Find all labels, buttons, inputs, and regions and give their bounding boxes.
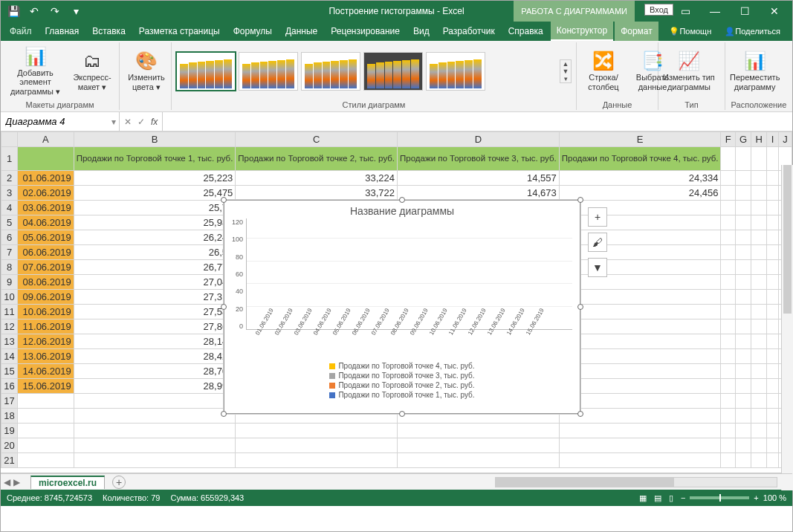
cell[interactable] <box>767 364 779 379</box>
cell[interactable] <box>767 438 779 453</box>
cell[interactable] <box>767 349 779 364</box>
cell[interactable] <box>767 260 779 275</box>
add-chart-element-button[interactable]: 📊Добавить элемент диаграммы ▾ <box>5 46 65 95</box>
cell[interactable] <box>751 186 767 201</box>
cell[interactable] <box>721 349 735 364</box>
cell[interactable] <box>721 424 735 438</box>
close-icon[interactable]: ✕ <box>760 3 789 19</box>
cell[interactable] <box>751 394 767 409</box>
cell[interactable]: 15.06.2019 <box>18 379 74 394</box>
cell[interactable] <box>735 275 751 290</box>
cell[interactable] <box>721 364 735 379</box>
cell[interactable]: 14,673 <box>398 186 560 201</box>
cell[interactable] <box>735 230 751 245</box>
tab-insert[interactable]: Вставка <box>86 22 132 41</box>
cell[interactable] <box>559 349 721 364</box>
cell[interactable]: 26,51 <box>74 245 236 260</box>
cell[interactable] <box>398 438 560 453</box>
chart-styles-gallery[interactable] <box>176 52 555 91</box>
cell[interactable] <box>18 453 74 468</box>
row-header[interactable]: 13 <box>1 334 18 349</box>
chart-style-4[interactable] <box>363 52 423 91</box>
cell[interactable] <box>559 319 721 334</box>
cell[interactable] <box>751 334 767 349</box>
chart-legend[interactable]: Продажи по Торговой точке 4, тыс. руб.Пр… <box>224 340 580 403</box>
sheet-tab[interactable]: microexcel.ru <box>30 476 105 489</box>
cell[interactable] <box>74 409 236 424</box>
cell[interactable] <box>721 171 735 186</box>
cell[interactable] <box>559 201 721 215</box>
cell[interactable] <box>767 305 779 319</box>
cell[interactable] <box>18 424 74 438</box>
cell[interactable] <box>721 334 735 349</box>
name-box[interactable]: ▾ <box>1 112 120 131</box>
cell[interactable] <box>735 334 751 349</box>
cell[interactable]: Продажи по Торговой точке 1, тыс. руб. <box>74 147 236 171</box>
cell[interactable]: Продажи по Торговой точке 3, тыс. руб. <box>398 147 560 171</box>
cell[interactable] <box>559 275 721 290</box>
cell[interactable] <box>751 215 767 230</box>
sheet-nav-prev-icon[interactable]: ◀ <box>4 477 10 487</box>
cell[interactable] <box>559 260 721 275</box>
row-header[interactable]: 11 <box>1 305 18 319</box>
column-header[interactable]: G <box>735 132 751 147</box>
cell[interactable]: 09.06.2019 <box>18 290 74 305</box>
cell[interactable]: 14,557 <box>398 171 560 186</box>
chart-title[interactable]: Название диаграммы <box>224 201 580 218</box>
cell[interactable]: Продажи по Торговой точке 4, тыс. руб. <box>559 147 721 171</box>
cell[interactable] <box>18 147 74 171</box>
cell[interactable] <box>751 364 767 379</box>
enter-formula-icon[interactable]: ✓ <box>137 117 145 127</box>
row-header[interactable]: 5 <box>1 215 18 230</box>
cell[interactable]: 25,475 <box>74 186 236 201</box>
cell[interactable] <box>751 409 767 424</box>
cell[interactable] <box>751 171 767 186</box>
cell[interactable] <box>767 394 779 409</box>
cell[interactable] <box>559 379 721 394</box>
cell[interactable]: 08.06.2019 <box>18 275 74 290</box>
cell[interactable]: 27,042 <box>74 275 236 290</box>
cell[interactable] <box>767 334 779 349</box>
style-gallery-scroll[interactable]: ▲▼▾ <box>560 59 572 83</box>
cell[interactable] <box>751 230 767 245</box>
cell[interactable] <box>767 409 779 424</box>
cell[interactable] <box>721 230 735 245</box>
cell[interactable] <box>735 305 751 319</box>
cell[interactable] <box>735 290 751 305</box>
qat-customize-icon[interactable]: ▾ <box>68 3 84 19</box>
login-button[interactable]: Вход <box>644 4 673 16</box>
cell[interactable] <box>767 453 779 468</box>
cell[interactable] <box>735 260 751 275</box>
cell[interactable] <box>74 394 236 409</box>
cell[interactable]: 26,247 <box>74 230 236 245</box>
cell[interactable] <box>751 424 767 438</box>
resize-handle[interactable] <box>399 411 405 417</box>
cell[interactable] <box>767 275 779 290</box>
cell[interactable]: 12.06.2019 <box>18 334 74 349</box>
cell[interactable] <box>559 290 721 305</box>
cell[interactable]: 28,141 <box>74 334 236 349</box>
tab-data[interactable]: Данные <box>279 22 323 41</box>
tab-home[interactable]: Главная <box>39 22 85 41</box>
cell[interactable] <box>721 319 735 334</box>
cell[interactable]: 05.06.2019 <box>18 230 74 245</box>
cell[interactable] <box>767 230 779 245</box>
cell[interactable] <box>721 245 735 260</box>
cell[interactable] <box>721 394 735 409</box>
tab-view[interactable]: Вид <box>407 22 436 41</box>
cell[interactable] <box>767 147 779 171</box>
chart-style-3[interactable] <box>301 52 360 91</box>
maximize-icon[interactable]: ☐ <box>730 3 760 19</box>
cell[interactable] <box>767 171 779 186</box>
row-header[interactable]: 10 <box>1 290 18 305</box>
cell[interactable]: 25,987 <box>74 215 236 230</box>
cell[interactable] <box>559 409 721 424</box>
cell[interactable] <box>751 379 767 394</box>
cell[interactable] <box>721 260 735 275</box>
cell[interactable] <box>735 379 751 394</box>
cell[interactable] <box>721 215 735 230</box>
cell[interactable]: 33,224 <box>236 171 398 186</box>
sheet-nav-next-icon[interactable]: ▶ <box>13 477 20 487</box>
cell[interactable] <box>721 305 735 319</box>
cell[interactable] <box>767 290 779 305</box>
